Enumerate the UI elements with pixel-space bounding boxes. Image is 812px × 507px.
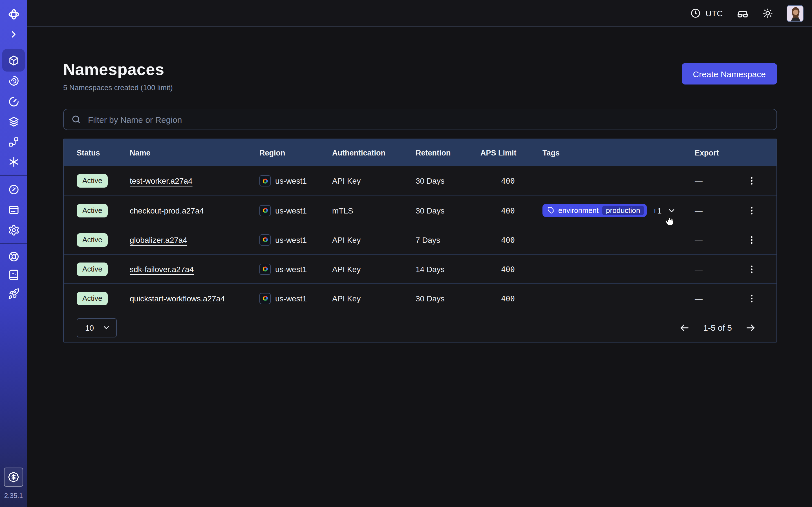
more-tags-label: +1 [653,206,662,215]
workflow-branch-icon [8,136,19,148]
kebab-menu-icon [747,264,757,274]
timezone-button[interactable]: UTC [690,8,723,18]
sidebar-item-workflows[interactable] [2,70,25,91]
gcp-icon [259,175,271,186]
sidebar-item-support[interactable] [2,246,25,267]
export-value: — [695,235,726,244]
namespace-link[interactable]: sdk-failover.a27a4 [130,265,194,274]
sidebar-item-deployments[interactable] [2,132,25,152]
main-content: Namespaces 5 Namespaces created (100 lim… [27,27,812,507]
expand-tags-button[interactable] [667,206,676,215]
kebab-menu-icon [747,205,757,216]
retention-label: 14 Days [416,265,480,274]
status-badge: Active [77,204,108,217]
clock-icon [690,8,701,18]
kebab-menu-icon [747,235,757,245]
temporal-logo[interactable] [2,4,25,24]
export-value: — [695,294,726,303]
kebab-menu-icon [747,293,757,303]
sidebar-item-docs[interactable] [2,265,25,285]
table-row: Active checkout-prod.a27a4 us-west1 mTLS… [64,195,776,225]
aps-limit-value: 400 [480,265,543,274]
aps-limit-value: 400 [480,176,543,185]
sidebar-divider [0,243,27,244]
status-badge: Active [77,233,108,246]
sidebar-item-billing[interactable] [2,200,25,220]
table-header-row: Status Name Region Authentication Retent… [64,139,776,166]
prev-page-button[interactable] [679,322,690,333]
avatar[interactable] [786,5,804,22]
row-menu-button[interactable] [744,173,759,188]
app-root: 2.35.1 UTC Namespaces 5 Namespaces creat… [0,0,812,507]
aps-limit-value: 400 [480,206,543,215]
sidebar-item-batch[interactable] [2,112,25,132]
column-header-retention: Retention [416,149,480,157]
lifebuoy-icon [8,250,19,262]
page-size-select[interactable]: 10 [77,318,117,337]
credits-button[interactable] [4,467,23,487]
auth-label: API Key [332,294,416,303]
sidebar-item-getting-started[interactable] [2,283,25,304]
next-page-button[interactable] [745,322,756,333]
region-label: us-west1 [275,176,307,185]
labs-toggle-button[interactable] [737,7,749,19]
row-menu-button[interactable] [744,262,759,276]
auth-label: API Key [332,235,416,244]
gcp-icon [259,293,271,304]
column-header-authentication: Authentication [332,149,416,157]
sidebar-item-settings[interactable] [2,220,25,240]
search-input[interactable] [87,114,769,125]
sidebar-item-schedules[interactable] [2,91,25,112]
gcp-icon [259,234,271,245]
gauge-icon [8,183,19,195]
sidebar-item-nexus[interactable] [2,152,25,172]
namespace-link[interactable]: test-worker.a27a4 [130,176,193,185]
tags-cell: environment production +1 [543,204,695,217]
namespace-link[interactable]: globalizer.a27a4 [130,235,187,244]
region-label: us-west1 [275,294,307,303]
sidebar-item-namespaces[interactable] [2,49,25,71]
export-value: — [695,206,726,215]
namespace-link[interactable]: checkout-prod.a27a4 [130,206,204,215]
chevron-down-icon [102,323,110,332]
gear-icon [8,224,19,236]
auth-label: mTLS [332,206,416,215]
asterisk-icon [8,156,19,168]
column-header-tags: Tags [543,149,695,157]
cube-icon [8,54,19,66]
book-sparkles-icon [8,269,19,281]
row-menu-button[interactable] [744,291,759,305]
pagination-range: 1-5 of 5 [703,323,732,332]
row-menu-button[interactable] [744,203,759,218]
version-label: 2.35.1 [0,492,27,500]
search-icon [71,114,81,124]
column-header-region: Region [259,149,332,157]
timer-icon [8,96,19,107]
avatar-image [787,5,804,22]
glasses-icon [737,7,749,19]
search-bar [63,109,777,130]
table-row: Active sdk-failover.a27a4 us-west1 API K… [64,254,776,283]
expand-sidebar-button[interactable] [2,24,25,45]
tag-chip[interactable]: environment production [543,204,647,217]
page-size-value: 10 [85,323,94,332]
table-row: Active test-worker.a27a4 us-west1 API Ke… [64,166,776,195]
column-header-status: Status [64,149,130,157]
gcp-icon [259,263,271,275]
auth-label: API Key [332,265,416,274]
sidebar-item-usage[interactable] [2,179,25,200]
namespace-link[interactable]: quickstart-workflows.a27a4 [130,294,225,303]
theme-toggle-button[interactable] [762,8,773,18]
badge-dollar-icon [8,471,19,483]
row-menu-button[interactable] [744,232,759,247]
export-value: — [695,265,726,274]
region-label: us-west1 [275,265,307,274]
table-footer: 10 1-5 of 5 [64,313,776,342]
table-row: Active quickstart-workflows.a27a4 us-wes… [64,283,776,313]
namespaces-table: Status Name Region Authentication Retent… [63,138,777,342]
create-namespace-button[interactable]: Create Namespace [682,63,777,84]
page-subtitle: 5 Namespaces created (100 limit) [63,83,173,92]
retention-label: 7 Days [416,235,480,244]
pagination: 1-5 of 5 [679,322,756,333]
aps-limit-value: 400 [480,235,543,244]
